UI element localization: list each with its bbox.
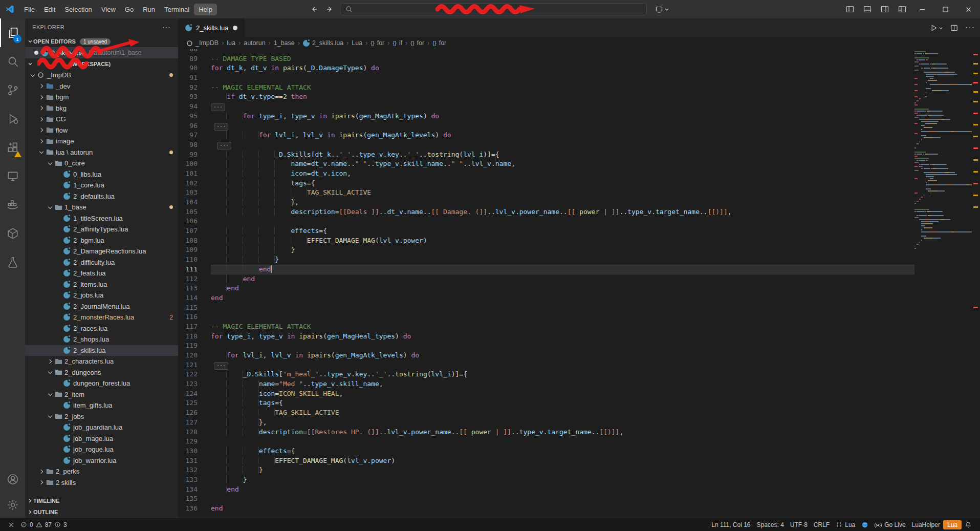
- eol-button[interactable]: CRLF: [811, 518, 833, 531]
- activity-bar-item-search[interactable]: [0, 47, 25, 76]
- activity-bar-item-accounts[interactable]: [0, 466, 25, 492]
- line-number[interactable]: 126: [178, 408, 211, 418]
- tree-item[interactable]: _ImpDB: [25, 70, 178, 81]
- chevron-down-icon[interactable]: [38, 148, 46, 156]
- run-button[interactable]: [930, 24, 943, 32]
- go-live-button[interactable]: Go Live: [872, 518, 908, 531]
- line-number[interactable]: 98: [178, 140, 211, 150]
- code-line[interactable]: 115: [178, 303, 914, 313]
- code-line[interactable]: 91: [178, 73, 914, 83]
- toggle-sidebar-right-icon[interactable]: [876, 0, 894, 18]
- tree-item[interactable]: 2_skills.lua: [25, 345, 178, 356]
- line-number[interactable]: 125: [178, 398, 211, 408]
- notifications-button[interactable]: [962, 518, 975, 531]
- code-line[interactable]: 103 TAG_SKILL_ACTIVE: [178, 188, 914, 198]
- tree-item[interactable]: image: [25, 136, 178, 147]
- line-number[interactable]: 112: [178, 274, 211, 284]
- code-line[interactable]: 113 end: [178, 284, 914, 293]
- breadcrumb-item[interactable]: 2_skills.lua: [303, 39, 343, 47]
- line-number[interactable]: 114: [178, 293, 211, 303]
- outline-header[interactable]: OUTLINE: [25, 506, 178, 518]
- code-line[interactable]: 99 _D.Skills[dt_k..'_'..type_v.key..'_'.…: [178, 150, 914, 160]
- code-line[interactable]: 133 }: [178, 475, 914, 485]
- code-line[interactable]: 89-- DAMAGE TYPE BASED: [178, 54, 914, 64]
- line-number[interactable]: 117: [178, 322, 211, 332]
- line-number[interactable]: 130: [178, 447, 211, 456]
- tree-item[interactable]: 2_perks: [25, 466, 178, 477]
- tree-item[interactable]: 2_JournalMenu.lua: [25, 301, 178, 312]
- chevron-right-icon[interactable]: [38, 478, 46, 486]
- chevron-right-icon[interactable]: [38, 104, 46, 112]
- line-number[interactable]: 103: [178, 188, 211, 198]
- minimap[interactable]: [914, 49, 972, 518]
- chevron-down-icon[interactable]: [47, 203, 55, 211]
- chevron-right-icon[interactable]: [38, 82, 46, 90]
- browser-preview-button[interactable]: [858, 518, 872, 531]
- luahelper-button[interactable]: LuaHelper: [909, 518, 943, 531]
- lua-chip-button[interactable]: Lua: [943, 520, 962, 529]
- remote-indicator[interactable]: [5, 518, 17, 531]
- workspace-header[interactable]: (WORKSPACE): [25, 58, 178, 70]
- code-line[interactable]: 105 description=[[Deals ]]..dt_v.name..[…: [178, 207, 914, 217]
- code-line[interactable]: 122 _D.Skills['m_heal_'..type_v.key..'_'…: [178, 370, 914, 379]
- tree-item[interactable]: 1_core.lua: [25, 180, 178, 191]
- code-editor[interactable]: 8889-- DAMAGE TYPE BASED90for dt_k, dt_v…: [178, 49, 914, 518]
- line-number[interactable]: 106: [178, 217, 211, 226]
- menu-edit[interactable]: Edit: [39, 4, 60, 15]
- line-number[interactable]: 136: [178, 504, 211, 514]
- code-line[interactable]: 135: [178, 494, 914, 504]
- problems-button[interactable]: 0 87 3: [17, 518, 70, 531]
- code-line[interactable]: 90for dt_k, dt_v in pairs(_D.DamageTypes…: [178, 63, 914, 73]
- split-editor-button[interactable]: [950, 24, 958, 32]
- line-number[interactable]: 132: [178, 465, 211, 475]
- chevron-right-icon[interactable]: [38, 468, 46, 476]
- code-line[interactable]: 119: [178, 341, 914, 351]
- toggle-sidebar-left-icon[interactable]: [841, 0, 859, 18]
- line-number[interactable]: 120: [178, 351, 211, 360]
- breadcrumb-item[interactable]: {}for: [410, 39, 424, 47]
- overview-ruler[interactable]: [972, 49, 980, 518]
- line-number[interactable]: 108: [178, 236, 211, 246]
- line-number[interactable]: 127: [178, 418, 211, 428]
- breadcrumb-item[interactable]: {}if: [393, 39, 402, 47]
- tree-item[interactable]: item_gifts.lua: [25, 400, 178, 411]
- tree-item[interactable]: 2_bgm.lua: [25, 235, 178, 246]
- code-line[interactable]: 131 EFFECT_DAMAGE_MAG(lvl_v.power): [178, 456, 914, 466]
- activity-bar-item-explorer[interactable]: 1: [0, 18, 25, 47]
- activity-bar-item-run-debug[interactable]: [0, 104, 25, 133]
- code-line[interactable]: 92-- MAGIC ELEMENTAL ATTACK: [178, 83, 914, 93]
- code-line[interactable]: 132 }: [178, 465, 914, 475]
- folded-code-indicator[interactable]: ···: [214, 362, 228, 370]
- line-number[interactable]: 105: [178, 207, 211, 217]
- activity-bar-item-packages[interactable]: [0, 219, 25, 248]
- activity-bar-item-settings[interactable]: [0, 492, 25, 518]
- chevron-right-icon[interactable]: [47, 357, 55, 366]
- close-button[interactable]: [957, 0, 980, 18]
- tree-item[interactable]: 2_item: [25, 389, 178, 400]
- line-number[interactable]: 129: [178, 437, 211, 447]
- tree-item[interactable]: bgm: [25, 92, 178, 103]
- folded-code-indicator[interactable]: ···: [217, 142, 231, 150]
- line-number[interactable]: 121: [178, 360, 211, 370]
- line-number[interactable]: 124: [178, 389, 211, 399]
- breadcrumb-item[interactable]: 1_base: [274, 39, 295, 47]
- line-number[interactable]: 94: [178, 102, 211, 112]
- menu-run[interactable]: Run: [138, 4, 160, 15]
- activity-bar-item-extensions[interactable]: [0, 133, 25, 162]
- line-number[interactable]: 95: [178, 112, 211, 121]
- code-line[interactable]: 93 if dt_v.type==2 then: [178, 92, 914, 102]
- code-line[interactable]: 120 for lvl_i, lvl_v in ipairs(gen_MagAt…: [178, 351, 914, 360]
- line-number[interactable]: 119: [178, 341, 211, 351]
- toggle-panel-icon[interactable]: [859, 0, 876, 18]
- chevron-down-icon[interactable]: [47, 159, 55, 167]
- line-number[interactable]: 102: [178, 179, 211, 188]
- line-number[interactable]: 133: [178, 475, 211, 485]
- tree-item[interactable]: 1_base: [25, 202, 178, 213]
- menu-go[interactable]: Go: [120, 4, 138, 15]
- line-number[interactable]: 97: [178, 131, 211, 140]
- line-number[interactable]: 123: [178, 379, 211, 389]
- line-number[interactable]: 128: [178, 428, 211, 437]
- folded-code-indicator[interactable]: ···: [211, 103, 225, 111]
- code-line[interactable]: 112 end: [178, 274, 914, 284]
- tree-item[interactable]: dungeon_forest.lua: [25, 378, 178, 389]
